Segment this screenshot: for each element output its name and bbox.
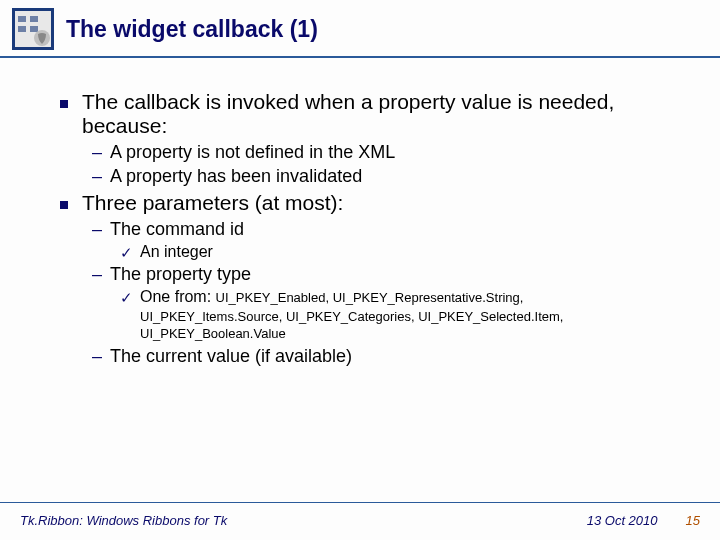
bullet-level2: The property type (92, 264, 690, 285)
bullet-level3: One from: UI_PKEY_Enabled, UI_PKEY_Repre… (120, 288, 690, 306)
bullet-level2: A property has been invalidated (92, 166, 690, 187)
slide-title: The widget callback (1) (66, 16, 318, 43)
footer-page-number: 15 (686, 513, 700, 528)
bullet-level1: Three parameters (at most): (60, 191, 690, 215)
enum-values-line2: UI_PKEY_Items.Source, UI_PKEY_Categories… (140, 309, 690, 343)
enum-prefix: One from: (140, 288, 216, 305)
bullet-level2: The command id (92, 219, 690, 240)
enum-values-line1: UI_PKEY_Enabled, UI_PKEY_Representative.… (216, 290, 524, 305)
slide-footer: Tk.Ribbon: Windows Ribbons for Tk 13 Oct… (0, 502, 720, 528)
slide-header: The widget callback (1) (0, 0, 720, 58)
institution-logo-icon (12, 8, 54, 50)
bullet-level1: The callback is invoked when a property … (60, 90, 690, 138)
footer-right: 13 Oct 2010 15 (587, 513, 700, 528)
bullet-level3: An integer (120, 243, 690, 261)
bullet-level2: A property is not defined in the XML (92, 142, 690, 163)
slide-content: The callback is invoked when a property … (0, 58, 720, 367)
footer-title: Tk.Ribbon: Windows Ribbons for Tk (20, 513, 227, 528)
bullet-level2: The current value (if available) (92, 346, 690, 367)
footer-date: 13 Oct 2010 (587, 513, 658, 528)
